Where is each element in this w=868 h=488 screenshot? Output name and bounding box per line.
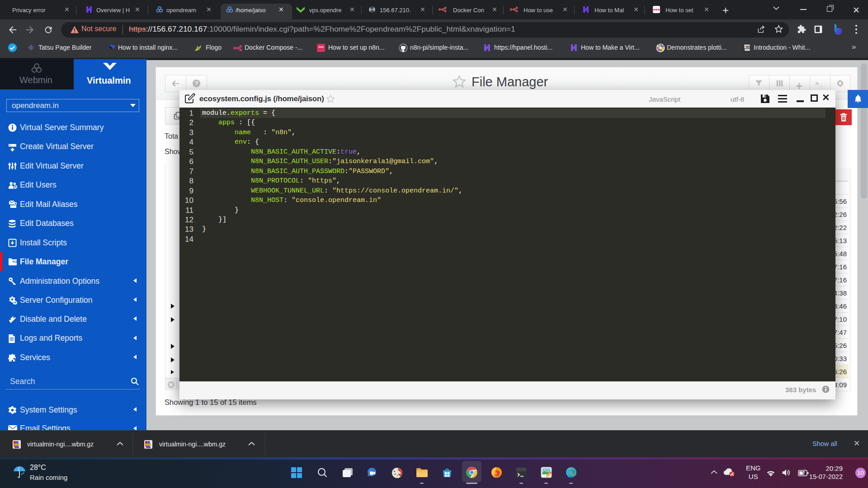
svg-text:?: ? [195,80,198,87]
svg-text:MD: MD [745,45,750,48]
